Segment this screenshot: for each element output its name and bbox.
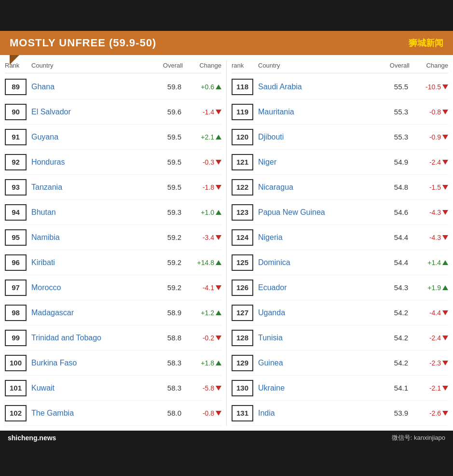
table-row: 123Papua New Guinea54.6-4.3 (232, 200, 448, 225)
rank-box: 102 (5, 405, 27, 421)
overall-score: 54.3 (384, 283, 408, 292)
overall-score: 59.5 (157, 133, 181, 141)
arrow-down-icon (442, 386, 448, 391)
change-text: -2.3 (429, 359, 441, 367)
overall-score: 59.2 (157, 233, 181, 241)
country-name[interactable]: Nicaragua (258, 183, 384, 192)
change-value: -0.8 (412, 108, 448, 116)
table-row: 93Tanzania59.5-1.8 (5, 175, 221, 200)
country-name[interactable]: Guinea (258, 359, 384, 367)
country-name[interactable]: Kiribati (31, 258, 157, 267)
arrow-down-icon (442, 411, 448, 416)
change-text: +1.2 (201, 309, 214, 317)
change-text: -0.9 (429, 133, 441, 141)
country-name[interactable]: Tunisia (258, 334, 384, 342)
country-name[interactable]: Dominica (258, 258, 384, 267)
left-header-change: Change (183, 62, 221, 69)
footer-bar: shicheng.news 微信号: kanxinjiapo (0, 431, 453, 445)
rank-box: 92 (5, 154, 27, 170)
change-value: +0.6 (185, 83, 221, 91)
change-text: -0.3 (203, 158, 214, 166)
right-column: rank Country Overall Change 118Saudi Ara… (227, 60, 453, 426)
country-name[interactable]: Namibia (31, 233, 157, 242)
change-value: -1.5 (412, 183, 448, 191)
change-value: +14.8 (185, 259, 221, 266)
country-name[interactable]: Ukraine (258, 384, 384, 392)
change-value: -0.9 (412, 133, 448, 141)
country-name[interactable]: Burkina Faso (31, 359, 157, 367)
rank-box: 127 (232, 305, 253, 321)
table-row: 129Guinea54.2-2.3 (232, 350, 448, 376)
rank-box: 95 (5, 229, 27, 246)
rank-box: 119 (232, 104, 253, 120)
rank-box: 100 (5, 355, 27, 371)
country-name[interactable]: Nigeria (258, 233, 384, 242)
right-rows: 118Saudi Arabia55.5-10.5119Mauritania55.… (232, 74, 448, 426)
change-text: +2.1 (201, 133, 214, 141)
country-name[interactable]: Guyana (31, 133, 157, 141)
change-value: -1.4 (185, 108, 221, 116)
change-text: -2.4 (429, 334, 441, 342)
table-row: 121Niger54.9-2.4 (232, 150, 448, 175)
country-name[interactable]: Tanzania (31, 183, 157, 192)
change-value: -2.3 (412, 359, 448, 367)
change-value: -1.8 (185, 183, 221, 191)
table-row: 99Trinidad and Tobago58.8-0.2 (5, 325, 221, 350)
country-name[interactable]: El Salvador (31, 108, 157, 116)
overall-score: 54.8 (384, 183, 408, 191)
change-value: +2.1 (185, 133, 221, 141)
country-name[interactable]: India (258, 409, 384, 418)
country-name[interactable]: Uganda (258, 308, 384, 317)
country-name[interactable]: Bhutan (31, 208, 157, 217)
rank-box: 126 (232, 280, 253, 296)
country-name[interactable]: Djibouti (258, 133, 384, 141)
overall-score: 54.1 (384, 384, 408, 392)
arrow-down-icon (442, 110, 448, 114)
arrow-down-icon (216, 185, 221, 190)
country-name[interactable]: Morocco (31, 283, 157, 292)
overall-score: 54.9 (384, 158, 408, 166)
table-row: 131India53.9-2.6 (232, 401, 448, 426)
country-name[interactable]: Ghana (31, 83, 157, 91)
right-header-overall: Overall (381, 62, 410, 69)
table-row: 92Honduras59.5-0.3 (5, 150, 221, 175)
overall-score: 59.5 (157, 158, 181, 166)
table-row: 127Uganda54.2-4.4 (232, 300, 448, 325)
country-name[interactable]: Honduras (31, 158, 157, 167)
overall-score: 58.8 (157, 334, 181, 342)
country-name[interactable]: Madagascar (31, 308, 157, 317)
country-name[interactable]: Niger (258, 158, 384, 167)
change-text: -5.8 (203, 384, 214, 392)
country-name[interactable]: Saudi Arabia (258, 83, 384, 91)
change-value: +1.4 (412, 259, 448, 266)
content: Rank Country Overall Change 89Ghana59.8+… (0, 55, 453, 431)
arrow-down-icon (216, 285, 221, 290)
change-value: -4.4 (412, 309, 448, 317)
main-container: MOSTLY UNFREE (59.9-50) 狮城新闻 Rank Countr… (0, 31, 453, 445)
table-row: 102The Gambia58.0-0.8 (5, 401, 221, 426)
overall-score: 55.3 (384, 108, 408, 116)
overall-score: 54.4 (384, 233, 408, 241)
rank-box: 124 (232, 229, 253, 246)
table-row: 122Nicaragua54.8-1.5 (232, 175, 448, 200)
arrow-down-icon (216, 110, 221, 114)
rank-box: 99 (5, 330, 27, 346)
country-name[interactable]: The Gambia (31, 409, 157, 418)
header-title: MOSTLY UNFREE (59.9-50) (10, 37, 156, 49)
rank-box: 94 (5, 204, 27, 221)
country-name[interactable]: Papua New Guinea (258, 208, 384, 217)
country-name[interactable]: Ecuador (258, 283, 384, 292)
rank-box: 129 (232, 355, 253, 371)
change-text: +0.6 (201, 83, 214, 91)
change-value: -3.4 (185, 234, 221, 241)
overall-score: 58.3 (157, 384, 181, 392)
rank-box: 89 (5, 79, 27, 95)
table-row: 118Saudi Arabia55.5-10.5 (232, 74, 448, 99)
country-name[interactable]: Trinidad and Tobago (31, 334, 157, 342)
country-name[interactable]: Mauritania (258, 108, 384, 116)
change-text: -0.8 (429, 108, 441, 116)
country-name[interactable]: Kuwait (31, 384, 157, 392)
rank-box: 123 (232, 204, 253, 221)
arrow-up-icon (442, 260, 448, 265)
right-header-change: Change (410, 62, 448, 69)
